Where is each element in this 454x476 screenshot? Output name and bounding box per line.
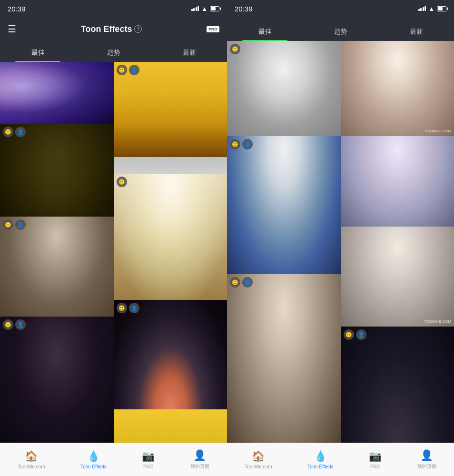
profile-nav-label: 我的页面 [190,463,209,470]
card-icons-2: 🙂 👤 [3,219,26,230]
right-wifi-icon: ▲ [428,5,434,12]
image-dark-bottom[interactable]: 🙂 👤 [0,317,114,443]
card-icons: 🙂 👤 [3,127,26,137]
left-image-grid: 🙂 👤 🙂 👤 🙂 👤 [0,62,227,443]
portrait-icon-asian2: 👤 [242,277,253,288]
right-status-icons: ▲ [418,5,446,12]
tab-latest-right[interactable]: 最新 [378,28,454,41]
toonme-nav-label-r: ToonMe.com [245,464,272,469]
image-flowers[interactable] [0,62,114,124]
left-col-2: 🙂 👤 🙂 🙂 👤 [114,62,227,443]
right-time: 20:39 [235,5,253,13]
card-icons-glasses: 🙂 👤 [230,139,253,149]
image-boy-smoke[interactable]: 🙂 👤 [114,300,227,409]
image-anime-blonde[interactable] [341,136,454,227]
image-man-yellow[interactable]: 🙂 👤 [0,124,114,217]
left-header: ☰ Toon Effects ? PRO [0,17,227,41]
card-icons-asian2: 🙂 👤 [230,277,253,288]
effect-icon: 🙂 [3,127,13,137]
wifi-icon: ▲ [201,5,207,12]
left-status-bar: 20:39 ▲ [0,0,227,17]
image-glasses-man[interactable]: 🙂 👤 [227,136,341,274]
effects-nav-label: Toon Effects [80,464,107,469]
tab-best-left[interactable]: 最佳 [0,49,76,62]
image-yellow-partial[interactable] [114,409,227,443]
effect-icon-blonde: 🙂 [117,177,127,187]
left-bottom-nav: 🏠 ToonMe.com 💧 Toon Effects 📷 PRO 👤 我的页面 [0,443,227,476]
right-battery-icon [437,6,446,11]
profile-nav-icon: 👤 [193,449,206,462]
nav-profile-left[interactable]: 👤 我的页面 [190,449,209,470]
profile-nav-icon-r: 👤 [420,449,433,462]
nav-pro-right[interactable]: 📷 PRO [369,450,382,469]
nav-profile-right[interactable]: 👤 我的页面 [417,449,436,470]
portrait-icon-3: 👤 [15,319,26,330]
pro-nav-icon: 📷 [142,450,155,463]
nav-toonme-left[interactable]: 🏠 ToonMe.com [18,450,45,469]
card-icons-sketch: 🙂 [230,44,240,54]
tab-trend-right[interactable]: 趋势 [303,28,378,41]
pro-nav-label: PRO [143,464,154,469]
portrait-icon-glasses: 👤 [242,139,253,149]
portrait-icon-moto: 👤 [129,65,139,75]
right-tabs-bar: 最佳 趋势 最新 [227,17,454,41]
effect-icon-smoke: 🙂 [117,303,127,313]
right-status-bar: 20:39 ▲ [227,0,454,17]
effect-icon-sketch: 🙂 [230,44,240,54]
portrait-icon-smoke: 👤 [129,303,139,313]
hamburger-icon[interactable]: ☰ [8,23,16,35]
effect-icon-partial: 🙂 [344,329,354,340]
pro-badge[interactable]: PRO [207,26,219,32]
profile-nav-label-r: 我的页面 [417,463,436,470]
image-anime-girl-1[interactable]: TOONME.COM [341,41,454,136]
pro-nav-icon-r: 📷 [369,450,382,463]
tab-best-right[interactable]: 最佳 [227,28,303,41]
toonme-nav-icon: 🏠 [25,450,38,463]
effects-nav-icon: 💧 [87,450,100,463]
card-icons-smoke: 🙂 👤 [117,303,139,313]
nav-tooneffects-right[interactable]: 💧 Toon Effects [307,450,334,469]
card-icons-moto: 🙂 👤 [117,65,139,75]
image-asian-woman[interactable]: 🙂 👤 [0,217,114,317]
right-content: 🙂 🙂 👤 🙂 👤 [227,41,454,443]
right-col-2: TOONME.COM TOONME.COM 🙂 👤 [341,41,454,443]
image-anime-dark[interactable]: TOONME.COM [341,227,454,327]
right-image-grid: 🙂 🙂 👤 🙂 👤 [227,41,454,443]
help-icon[interactable]: ? [134,25,142,33]
effects-nav-label-r: Toon Effects [307,464,334,469]
left-col-1: 🙂 👤 🙂 👤 🙂 👤 [0,62,114,443]
header-title-wrap: Toon Effects ? [81,24,142,34]
left-tabs-bar: 最佳 趋势 最新 [0,41,227,62]
image-blonde-anime[interactable]: 🙂 [114,174,227,300]
image-asian-woman-2[interactable]: 🙂 👤 [227,274,341,443]
effect-icon-asian2: 🙂 [230,277,240,288]
left-content: 🙂 👤 🙂 👤 🙂 👤 [0,62,227,443]
watermark-1: TOONME.COM [424,129,451,133]
image-sketch-man[interactable]: 🙂 [227,41,341,136]
tab-trend-left[interactable]: 趋势 [76,49,151,62]
left-time: 20:39 [8,5,26,13]
nav-pro-left[interactable]: 📷 PRO [142,450,155,469]
nav-tooneffects-left[interactable]: 💧 Toon Effects [80,450,107,469]
portrait-icon: 👤 [15,127,26,137]
nav-toonme-right[interactable]: 🏠 ToonMe.com [245,450,272,469]
toonme-nav-label: ToonMe.com [18,464,45,469]
right-signal-icon [418,6,426,11]
tab-latest-left[interactable]: 最新 [151,49,227,62]
app-title: Toon Effects [81,24,132,34]
battery-icon [210,6,219,11]
pro-nav-label-r: PRO [370,464,381,469]
portrait-icon-partial: 👤 [356,329,366,340]
effect-icon-3: 🙂 [3,319,13,330]
effect-icon-2: 🙂 [3,219,13,230]
right-bottom-nav: 🏠 ToonMe.com 💧 Toon Effects 📷 PRO 👤 我的页面 [227,443,454,476]
right-panel: 20:39 ▲ 最佳 趋势 最新 [227,0,454,476]
image-moto[interactable]: 🙂 👤 [114,62,227,174]
card-icons-partial: 🙂 👤 [344,329,366,340]
left-panel: 20:39 ▲ ☰ Toon Effects ? PRO 最佳 趋势 最新 [0,0,227,476]
image-partial-anime[interactable]: 🙂 👤 [341,327,454,443]
card-icons-3: 🙂 👤 [3,319,26,330]
watermark-2: TOONME.COM [424,319,451,324]
toonme-nav-icon-r: 🏠 [252,450,265,463]
effect-icon-glasses: 🙂 [230,139,240,149]
